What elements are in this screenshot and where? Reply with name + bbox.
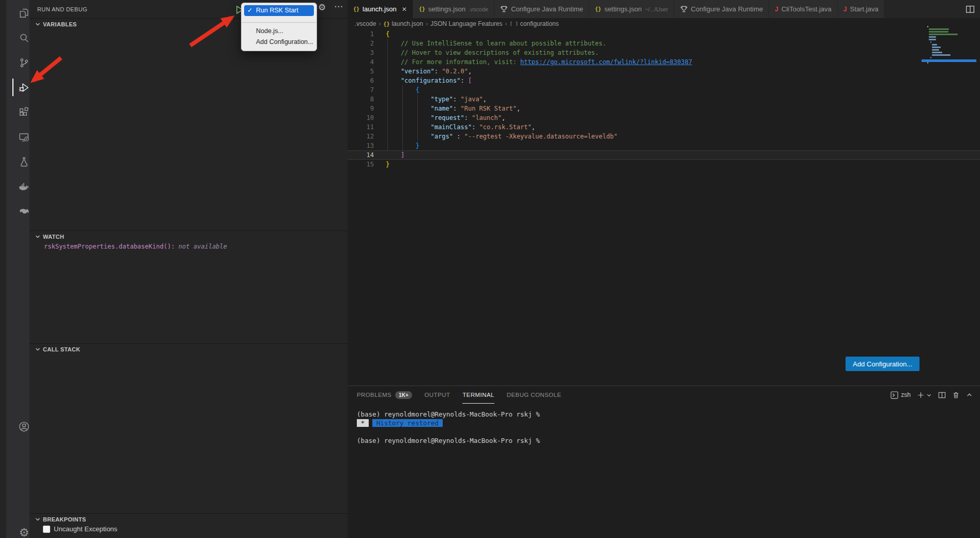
- tab-configure-java-runtime[interactable]: Configure Java Runtime: [494, 0, 589, 18]
- tab-clitoolstest-java[interactable]: JCliToolsTest.java: [769, 0, 838, 18]
- breadcrumb-item-launch-json[interactable]: {}launch.json: [383, 20, 423, 27]
- minimap-line: [927, 62, 928, 64]
- menu-item-run-rsk-start[interactable]: ✓Run RSK Start: [244, 5, 314, 16]
- tab-configure-java-runtime[interactable]: Configure Java Runtime: [674, 0, 769, 18]
- code-editor[interactable]: 1{2 // Use IntelliSense to learn about p…: [348, 29, 980, 386]
- kill-terminal-icon[interactable]: [952, 391, 960, 399]
- run-and-debug-icon: [18, 81, 31, 94]
- chevron-down-icon: [35, 21, 41, 27]
- breakpoints-section-header[interactable]: BREAKPOINTS: [29, 513, 348, 525]
- remote-explorer-icon: [18, 131, 31, 144]
- close-icon[interactable]: ✕: [402, 6, 407, 13]
- code-line-10: 10 "request": "launch",: [348, 113, 980, 122]
- menu-item-node-js[interactable]: Node.js...: [244, 26, 314, 37]
- code-line-11: 11 "mainClass": "co.rsk.Start",: [348, 122, 980, 132]
- search-icon: [18, 32, 31, 44]
- run-and-debug-sidebar: RUN AND DEBUG ⚙ ⋯ VARIABLES WATCH rskSys…: [29, 0, 348, 538]
- json-braces-icon: {}: [353, 6, 359, 12]
- menu-item-add-configuration[interactable]: Add Configuration...: [244, 37, 314, 48]
- tabs-container: {}launch.json✕{}settings.json.vscodeConf…: [348, 0, 884, 18]
- shell-label: zsh: [901, 391, 911, 398]
- bottom-panel: PROBLEMS1K+OUTPUTTERMINALDEBUG CONSOLE z…: [348, 386, 980, 538]
- terminal-dropdown-icon[interactable]: [926, 392, 932, 398]
- breadcrumb-item-configurations[interactable]: [ ]configurations: [510, 20, 559, 27]
- terminal-icon: [891, 391, 898, 399]
- java-file-icon: J: [843, 6, 847, 13]
- minimap[interactable]: [927, 26, 967, 70]
- uncaught-exceptions-checkbox[interactable]: [43, 526, 50, 533]
- code-line-12: 12 "args" : "--regtest -Xkeyvalue.dataso…: [348, 132, 980, 141]
- chevron-down-icon: [35, 346, 41, 352]
- panel-actions: zsh: [891, 386, 973, 404]
- section-call-stack: CALL STACK: [29, 343, 348, 355]
- tab-settings-json[interactable]: {}settings.json.vscode: [413, 0, 494, 18]
- code-line-15: 15}: [348, 160, 980, 169]
- menu-item-label: Node.js...: [256, 26, 283, 37]
- code-line-9: 9 "name": "Run RSK Start",: [348, 104, 980, 113]
- menu-item-label: Run RSK Start: [256, 5, 298, 16]
- watch-section-header[interactable]: WATCH: [29, 230, 348, 242]
- java-runtime-cup-icon: [680, 5, 688, 13]
- panel-tab-label: DEBUG CONSOLE: [507, 392, 562, 398]
- settings-icon: ⚙: [19, 527, 29, 538]
- call-stack-section-header[interactable]: CALL STACK: [29, 343, 348, 355]
- panel-tab-label: TERMINAL: [462, 392, 494, 398]
- watch-expression-row[interactable]: rskSystemProperties.databaseKind(): not …: [44, 243, 227, 250]
- breadcrumb-item-json-language-features[interactable]: JSON Language Features: [430, 20, 502, 27]
- terminal-instance[interactable]: zsh: [891, 391, 911, 399]
- breakpoint-item[interactable]: Uncaught Exceptions: [43, 525, 117, 533]
- debug-settings-gear-icon[interactable]: ⚙: [318, 2, 326, 13]
- editor-tab-bar: {}launch.json✕{}settings.json.vscodeConf…: [348, 0, 980, 18]
- tab-label: Start.java: [850, 5, 879, 13]
- breadcrumb-item--vscode[interactable]: .vscode: [355, 20, 376, 27]
- tab-label: settings.json: [428, 5, 465, 13]
- tab-label: launch.json: [363, 5, 397, 13]
- extensions-icon: [18, 106, 31, 119]
- minimap-line: [929, 39, 936, 40]
- sidebar-title: RUN AND DEBUG: [37, 6, 87, 12]
- line-number: 12: [348, 132, 374, 141]
- menu-check-space: [247, 37, 253, 48]
- explorer-icon: [18, 7, 31, 20]
- json-braces-icon: {}: [383, 21, 389, 27]
- panel-tab-output[interactable]: OUTPUT: [425, 386, 450, 404]
- line-number: 9: [348, 104, 374, 113]
- minimap-line: [932, 47, 941, 48]
- tabbar-actions: [966, 0, 980, 18]
- section-label: WATCH: [43, 234, 64, 240]
- split-editor-icon[interactable]: [966, 5, 975, 14]
- minimap-line: [929, 34, 958, 35]
- panel-tab-problems[interactable]: PROBLEMS1K+: [357, 386, 412, 404]
- line-number: 7: [348, 85, 374, 95]
- code-line-14: 14 ]: [348, 150, 980, 160]
- split-terminal-icon[interactable]: [938, 391, 946, 399]
- line-number: 11: [348, 122, 374, 132]
- breakpoint-label: Uncaught Exceptions: [54, 525, 117, 533]
- tab-start-java[interactable]: JStart.java: [838, 0, 885, 18]
- panel-tab-debug-console[interactable]: DEBUG CONSOLE: [507, 386, 562, 404]
- new-terminal-icon[interactable]: [917, 391, 925, 399]
- terminal-output[interactable]: (base) reynoldmorel@Reynolds-MacBook-Pro…: [357, 410, 975, 445]
- chevron-down-icon: [35, 234, 41, 240]
- line-number: 15: [348, 160, 374, 169]
- watch-expression: rskSystemProperties.databaseKind():: [44, 243, 175, 250]
- line-number: 13: [348, 141, 374, 150]
- panel-tab-label: PROBLEMS: [357, 392, 391, 398]
- minimap-line: [929, 31, 948, 33]
- tab-settings-json[interactable]: {}settings.json~/.../User: [590, 0, 674, 18]
- code-line-3: 3 // Hover to view descriptions of exist…: [348, 48, 980, 57]
- breadcrumb: .vscode›{}launch.json›JSON Language Feat…: [348, 18, 980, 29]
- tab-description: .vscode: [469, 6, 488, 12]
- panel-tab-terminal[interactable]: TERMINAL: [462, 386, 494, 404]
- watch-value: not available: [178, 243, 227, 250]
- views-more-actions-icon[interactable]: ⋯: [334, 1, 343, 12]
- add-configuration-button[interactable]: Add Configuration...: [846, 357, 919, 371]
- docker-icon: [18, 180, 31, 193]
- minimap-line: [930, 57, 931, 58]
- tab-launch-json[interactable]: {}launch.json✕: [348, 0, 413, 18]
- terminal-line: (base) reynoldmorel@Reynolds-MacBook-Pro…: [357, 410, 975, 419]
- terminal-line: [357, 427, 975, 436]
- terminal-line: * History restored: [357, 419, 975, 427]
- maximize-panel-icon[interactable]: [966, 392, 973, 398]
- line-number: 8: [348, 95, 374, 104]
